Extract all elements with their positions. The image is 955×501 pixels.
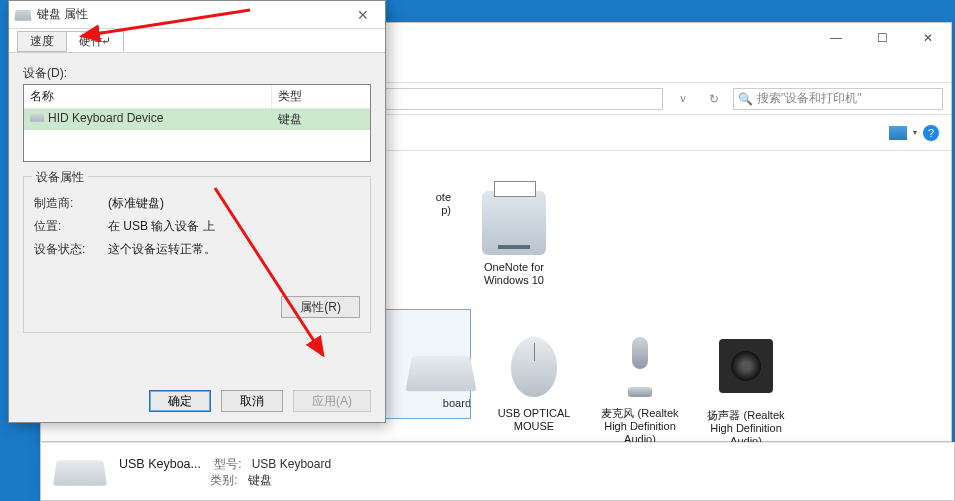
microphone-icon [625, 337, 655, 397]
location-value: 在 USB 输入设备 上 [108, 218, 215, 235]
dialog-body: 设备(D): 名称 类型 HID Keyboard Device 键盘 设备属性… [9, 53, 385, 345]
column-type[interactable]: 类型 [272, 85, 370, 108]
device-label: 麦克风 (RealtekHigh DefinitionAudio) [597, 407, 683, 446]
dialog-tabs: 速度 硬件⤶ [9, 29, 385, 53]
dialog-titlebar[interactable]: 键盘 属性 ✕ [9, 1, 385, 29]
dialog-footer: 确定 取消 应用(A) [149, 390, 371, 412]
dialog-title: 键盘 属性 [37, 6, 341, 23]
column-name[interactable]: 名称 [24, 85, 272, 108]
devices-list[interactable]: 名称 类型 HID Keyboard Device 键盘 [23, 84, 371, 162]
refresh-icon[interactable]: ↻ [703, 92, 725, 106]
maximize-button[interactable]: ☐ [859, 23, 905, 53]
mouse-icon [511, 337, 557, 397]
details-model-label: 型号: [214, 457, 241, 471]
search-input[interactable]: 🔍 搜索"设备和打印机" [733, 88, 943, 110]
minimize-button[interactable]: — [813, 23, 859, 53]
view-options-icon[interactable] [889, 126, 907, 140]
details-category-value: 键盘 [248, 473, 272, 487]
printer-icon [482, 191, 546, 255]
device-item[interactable]: 扬声器 (RealtekHigh DefinitionAudio) [703, 335, 789, 448]
cancel-button[interactable]: 取消 [221, 390, 283, 412]
details-model-value: USB Keyboard [252, 457, 331, 471]
keyboard-icon [30, 114, 45, 122]
location-label: 位置: [34, 218, 108, 235]
keyboard-icon [14, 9, 31, 20]
manufacturer-value: (标准键盘) [108, 195, 164, 212]
keyboard-properties-dialog: 键盘 属性 ✕ 速度 硬件⤶ 设备(D): 名称 类型 HID Keyboard… [8, 0, 386, 423]
status-value: 这个设备运转正常。 [108, 241, 216, 258]
device-item[interactable]: 麦克风 (RealtekHigh DefinitionAudio) [597, 335, 683, 448]
speaker-icon [719, 339, 773, 393]
keyboard-icon [53, 460, 107, 486]
devices-label: 设备(D): [23, 65, 371, 82]
details-pane: USB Keyboa... 型号: USB Keyboard 类别: 键盘 [40, 442, 955, 501]
device-label: USB OPTICALMOUSE [491, 407, 577, 445]
search-icon: 🔍 [738, 92, 753, 106]
list-header: 名称 类型 [24, 85, 370, 109]
keyboard-icon [405, 356, 476, 391]
tab-speed[interactable]: 速度 [17, 31, 67, 52]
details-title: USB Keyboa... [119, 457, 201, 471]
search-placeholder: 搜索"设备和打印机" [757, 90, 862, 107]
manufacturer-label: 制造商: [34, 195, 108, 212]
close-button[interactable]: ✕ [905, 23, 951, 53]
group-title: 设备属性 [32, 169, 88, 186]
cursor-icon: ⤶ [101, 34, 111, 48]
device-label: OneNote for Windows 10 [471, 261, 557, 299]
address-dropdown-icon[interactable]: ｖ [671, 90, 695, 107]
ok-button[interactable]: 确定 [149, 390, 211, 412]
device-properties-group: 设备属性 制造商: (标准键盘) 位置: 在 USB 输入设备 上 设备状态: … [23, 176, 371, 333]
status-label: 设备状态: [34, 241, 108, 258]
tab-hardware[interactable]: 硬件⤶ [66, 31, 124, 52]
device-item[interactable]: OneNote for Windows 10 [471, 191, 557, 299]
details-category-label: 类别: [210, 473, 237, 487]
apply-button[interactable]: 应用(A) [293, 390, 371, 412]
list-cell-type: 键盘 [272, 109, 308, 130]
properties-button[interactable]: 属性(R) [281, 296, 360, 318]
list-row[interactable]: HID Keyboard Device 键盘 [24, 109, 370, 130]
device-item[interactable]: USB OPTICALMOUSE [491, 335, 577, 448]
list-cell-name: HID Keyboard Device [24, 109, 272, 130]
dialog-close-button[interactable]: ✕ [341, 1, 385, 29]
help-icon[interactable]: ? [923, 125, 939, 141]
device-item[interactable]: ote p) [401, 191, 451, 299]
